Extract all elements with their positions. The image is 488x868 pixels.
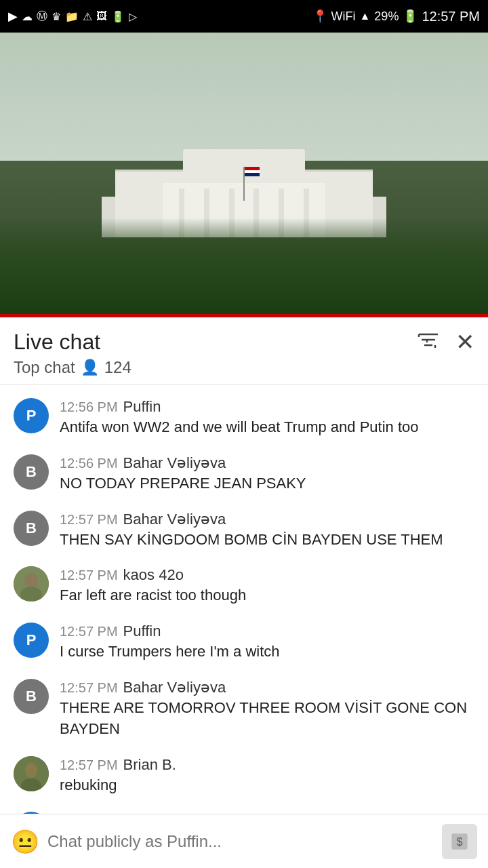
people-icon: 👤 bbox=[81, 359, 99, 376]
chat-input[interactable] bbox=[47, 832, 434, 851]
message-author: kaos 42o bbox=[123, 566, 184, 584]
message-time: 12:56 PM bbox=[60, 399, 118, 415]
wifi-icon: WiFi bbox=[331, 9, 356, 24]
message-author: Bahar Vəliyəva bbox=[123, 454, 226, 472]
battery-percent: 29% bbox=[374, 9, 399, 24]
chat-message: B 12:57 PM Bahar Vəliyəva THEN SAY KİNGD… bbox=[0, 502, 488, 559]
message-content: 12:56 PM Puffin Antifa won WW2 and we wi… bbox=[60, 398, 474, 438]
chat-message: P 12:57 PM Puffin I curse Trumpers here … bbox=[0, 614, 488, 671]
message-content: 12:57 PM Bahar Vəliyəva THERE ARE TOMORR… bbox=[60, 679, 474, 740]
youtube-icon: ▶ bbox=[8, 9, 18, 24]
avatar: B bbox=[14, 454, 49, 490]
top-chat-label: Top chat bbox=[14, 358, 75, 377]
avatar bbox=[14, 756, 49, 791]
message-content: 12:57 PM Brian B. rebuking bbox=[60, 756, 474, 796]
chat-message: P 12:56 PM Puffin Antifa won WW2 and we … bbox=[0, 390, 488, 446]
avatar: B bbox=[14, 679, 49, 714]
flag bbox=[245, 167, 260, 176]
chat-message: 12:57 PM Brian B. rebuking bbox=[0, 748, 488, 804]
message-time: 12:57 PM bbox=[60, 680, 118, 696]
signal-icon: ▲ bbox=[360, 10, 371, 22]
status-left-icons: ▶ ☁ Ⓜ ♛ 📁 ⚠ 🖼 🔋 ▷ bbox=[8, 9, 137, 24]
cloud-icon: ☁ bbox=[22, 10, 33, 23]
message-time: 12:57 PM bbox=[60, 757, 118, 773]
chat-subtitle-row: Top chat 👤 124 bbox=[14, 358, 474, 377]
message-meta: 12:56 PM Bahar Vəliyəva bbox=[60, 454, 474, 472]
message-text: Far left are racist too though bbox=[60, 585, 474, 606]
avatar: P bbox=[14, 623, 49, 658]
message-meta: 12:57 PM Puffin bbox=[60, 623, 474, 640]
message-time: 12:57 PM bbox=[60, 512, 118, 528]
message-time: 12:56 PM bbox=[60, 456, 118, 471]
emoji-button[interactable]: 😐 bbox=[11, 828, 39, 855]
crown-icon: ♛ bbox=[52, 10, 61, 23]
chat-header: Live chat ✕ Top chat 👤 124 bbox=[0, 317, 488, 384]
message-text: I curse Trumpers here I'm a witch bbox=[60, 642, 474, 663]
message-content: 12:57 PM Bahar Vəliyəva THEN SAY KİNGDOO… bbox=[60, 511, 474, 551]
message-meta: 12:57 PM Bahar Vəliyəva bbox=[60, 679, 474, 696]
message-time: 12:57 PM bbox=[60, 568, 118, 583]
message-text: NO TODAY PREPARE JEAN PSAKY bbox=[60, 473, 474, 494]
close-icon[interactable]: ✕ bbox=[455, 328, 474, 355]
folder-icon: 📁 bbox=[65, 10, 79, 23]
message-content: 12:56 PM Bahar Vəliyəva NO TODAY PREPARE… bbox=[60, 454, 474, 494]
chat-message: B 12:56 PM Bahar Vəliyəva NO TODAY PREPA… bbox=[0, 446, 488, 502]
chat-title-row: Live chat ✕ bbox=[14, 328, 474, 355]
warning-icon: ⚠ bbox=[83, 10, 92, 23]
play-store-icon: ▷ bbox=[129, 10, 137, 23]
live-chat-title: Live chat bbox=[14, 330, 100, 355]
status-right-icons: 📍 WiFi ▲ 29% 🔋 12:57 PM bbox=[312, 9, 480, 24]
status-bar: ▶ ☁ Ⓜ ♛ 📁 ⚠ 🖼 🔋 ▷ 📍 WiFi ▲ 29% 🔋 12:57 P… bbox=[0, 0, 488, 33]
message-content: 12:57 PM kaos 42o Far left are racist to… bbox=[60, 566, 474, 606]
battery-low-icon: 🔋 bbox=[111, 10, 125, 23]
chat-message: B 12:57 PM Bahar Vəliyəva THERE ARE TOMO… bbox=[0, 671, 488, 748]
location-icon: 📍 bbox=[312, 9, 327, 24]
message-author: Puffin bbox=[123, 398, 161, 416]
message-meta: 12:57 PM Bahar Vəliyəva bbox=[60, 511, 474, 528]
message-author: Bahar Vəliyəva bbox=[123, 679, 226, 696]
avatar bbox=[14, 566, 49, 601]
video-scene bbox=[0, 33, 488, 317]
avatar: B bbox=[14, 511, 49, 546]
video-player[interactable] bbox=[0, 33, 488, 317]
viewer-count: 124 bbox=[104, 358, 131, 377]
message-content: 12:57 PM Puffin I curse Trumpers here I'… bbox=[60, 623, 474, 663]
message-author: Puffin bbox=[123, 623, 161, 640]
trees-foreground bbox=[0, 218, 488, 317]
message-author: Brian B. bbox=[123, 756, 176, 774]
header-action-icons: ✕ bbox=[418, 328, 474, 355]
flagpole bbox=[243, 167, 245, 201]
main-content: Live chat ✕ Top chat 👤 124 bbox=[0, 317, 488, 868]
avatar: P bbox=[14, 398, 49, 433]
message-meta: 12:57 PM kaos 42o bbox=[60, 566, 474, 584]
chat-messages-list: P 12:56 PM Puffin Antifa won WW2 and we … bbox=[0, 384, 488, 865]
video-red-line bbox=[0, 314, 488, 317]
message-time: 12:57 PM bbox=[60, 624, 118, 639]
message-text: Antifa won WW2 and we will beat Trump an… bbox=[60, 417, 474, 438]
message-author: Bahar Vəliyəva bbox=[123, 511, 226, 528]
chat-message: 12:57 PM kaos 42o Far left are racist to… bbox=[0, 558, 488, 614]
battery-icon: 🔋 bbox=[403, 9, 418, 24]
message-text: THERE ARE TOMORROV THREE ROOM VİSİT GONE… bbox=[60, 698, 474, 740]
filter-icon[interactable] bbox=[418, 330, 439, 354]
message-meta: 12:57 PM Brian B. bbox=[60, 756, 474, 774]
message-meta: 12:56 PM Puffin bbox=[60, 398, 474, 416]
message-text: THEN SAY KİNGDOOM BOMB CİN BAYDEN USE TH… bbox=[60, 530, 474, 551]
clock: 12:57 PM bbox=[422, 9, 480, 24]
message-text: rebuking bbox=[60, 775, 474, 796]
m-icon: Ⓜ bbox=[37, 9, 47, 24]
svg-text:$: $ bbox=[456, 835, 462, 847]
send-button[interactable]: $ bbox=[442, 824, 477, 859]
svg-point-10 bbox=[25, 763, 37, 778]
image-icon: 🖼 bbox=[96, 10, 107, 22]
chat-input-bar: 😐 $ bbox=[0, 814, 488, 868]
